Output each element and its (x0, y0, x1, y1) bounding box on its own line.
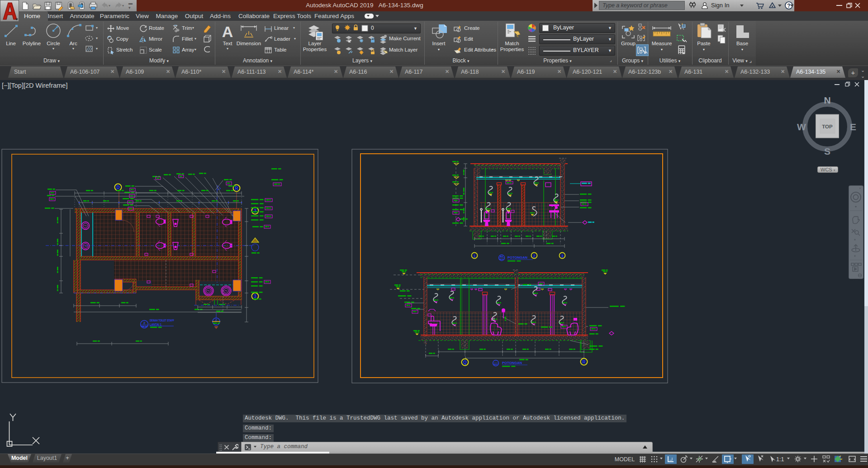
svg-text:POTONGAN: POTONGAN (508, 255, 527, 260)
svg-text:3: 3 (254, 294, 256, 299)
svg-text:D: D (116, 185, 119, 190)
svg-text:R: R (582, 359, 586, 364)
svg-text:3: 3 (561, 254, 563, 258)
svg-text:1: 1 (473, 254, 475, 258)
svg-text:DENAH TOILET STAFF: DENAH TOILET STAFF (150, 318, 174, 322)
svg-text:POTONGAN: POTONGAN (502, 361, 522, 365)
svg-text:2: 2 (533, 254, 535, 258)
svg-text:Q: Q (463, 360, 467, 365)
svg-text:3: 3 (254, 208, 256, 213)
svg-text:2: 2 (143, 321, 146, 325)
